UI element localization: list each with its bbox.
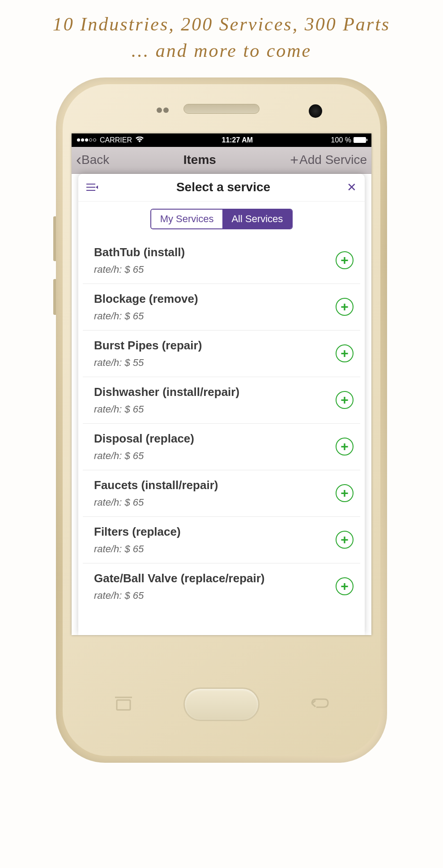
recent-apps-icon xyxy=(113,695,136,714)
add-service-label: Add Service xyxy=(299,153,367,167)
service-rate: rate/h: $ 55 xyxy=(94,357,336,369)
signal-icon xyxy=(77,138,96,142)
service-list[interactable]: BathTub (install) rate/h: $ 65 + Blockag… xyxy=(78,237,365,635)
phone-hardware-bottom xyxy=(63,635,380,756)
battery-icon xyxy=(354,137,366,143)
add-button[interactable]: + xyxy=(336,251,354,269)
service-item[interactable]: Blockage (remove) rate/h: $ 65 + xyxy=(83,284,360,331)
service-item[interactable]: Burst Pipes (repair) rate/h: $ 55 + xyxy=(83,331,360,377)
service-name: BathTub (install) xyxy=(94,245,336,259)
marketing-line1: 10 Industries, 200 Services, 300 Parts xyxy=(18,11,425,38)
back-label: Back xyxy=(81,153,109,167)
add-button[interactable]: + xyxy=(336,391,354,409)
service-rate: rate/h: $ 65 xyxy=(94,497,336,508)
service-rate: rate/h: $ 65 xyxy=(94,404,336,415)
service-rate: rate/h: $ 65 xyxy=(94,543,336,555)
nav-bar: ‹ Back Items + Add Service xyxy=(72,147,371,174)
chevron-left-icon: ‹ xyxy=(76,150,81,169)
service-name: Burst Pipes (repair) xyxy=(94,339,336,352)
service-item[interactable]: Gate/Ball Valve (replace/repair) rate/h:… xyxy=(83,563,360,610)
carrier-label: CARRIER xyxy=(100,136,132,144)
battery-percent: 100 % xyxy=(331,136,351,144)
tab-all-services[interactable]: All Services xyxy=(222,210,292,228)
status-bar: CARRIER 11:27 AM 100 % xyxy=(72,133,371,147)
add-button[interactable]: + xyxy=(336,344,354,362)
add-button[interactable]: + xyxy=(336,484,354,502)
home-button[interactable] xyxy=(183,688,260,721)
add-button[interactable]: + xyxy=(336,577,354,595)
marketing-line2: ... and more to come xyxy=(18,38,425,64)
add-button[interactable]: + xyxy=(336,298,354,316)
phone-frame: CARRIER 11:27 AM 100 % ‹ Back xyxy=(56,77,387,763)
add-button[interactable]: + xyxy=(336,438,354,455)
phone-hardware-top xyxy=(63,84,380,133)
phone-screen: CARRIER 11:27 AM 100 % ‹ Back xyxy=(72,133,371,635)
page-title: Items xyxy=(183,153,216,167)
service-name: Dishwasher (install/repair) xyxy=(94,385,336,399)
service-item[interactable]: Filters (replace) rate/h: $ 65 + xyxy=(83,517,360,563)
close-icon[interactable]: ✕ xyxy=(347,180,357,194)
service-rate: rate/h: $ 65 xyxy=(94,264,336,275)
back-button[interactable]: ‹ Back xyxy=(76,150,109,169)
service-name: Faucets (install/repair) xyxy=(94,478,336,492)
service-name: Gate/Ball Valve (replace/repair) xyxy=(94,572,336,585)
service-item[interactable]: Faucets (install/repair) rate/h: $ 65 + xyxy=(83,470,360,517)
add-service-button[interactable]: + Add Service xyxy=(290,152,367,168)
service-rate: rate/h: $ 65 xyxy=(94,310,336,322)
service-rate: rate/h: $ 65 xyxy=(94,450,336,462)
status-time: 11:27 AM xyxy=(222,136,253,144)
wifi-icon xyxy=(136,136,144,144)
service-name: Disposal (replace) xyxy=(94,432,336,446)
service-name: Filters (replace) xyxy=(94,525,336,539)
select-service-modal: Select a service ✕ My Services All Servi… xyxy=(78,174,365,635)
modal-title: Select a service xyxy=(176,180,270,194)
service-item[interactable]: Disposal (replace) rate/h: $ 65 + xyxy=(83,424,360,470)
menu-icon[interactable] xyxy=(86,183,100,191)
marketing-headline: 10 Industries, 200 Services, 300 Parts .… xyxy=(0,0,443,69)
add-button[interactable]: + xyxy=(336,531,354,549)
service-filter-segment: My Services All Services xyxy=(150,209,293,229)
back-icon xyxy=(307,695,330,714)
service-name: Blockage (remove) xyxy=(94,292,336,306)
service-item[interactable]: Dishwasher (install/repair) rate/h: $ 65… xyxy=(83,377,360,424)
service-item[interactable]: BathTub (install) rate/h: $ 65 + xyxy=(83,237,360,284)
service-rate: rate/h: $ 65 xyxy=(94,590,336,602)
tab-my-services[interactable]: My Services xyxy=(151,210,223,228)
svg-rect-3 xyxy=(117,700,130,710)
plus-icon: + xyxy=(290,152,298,168)
